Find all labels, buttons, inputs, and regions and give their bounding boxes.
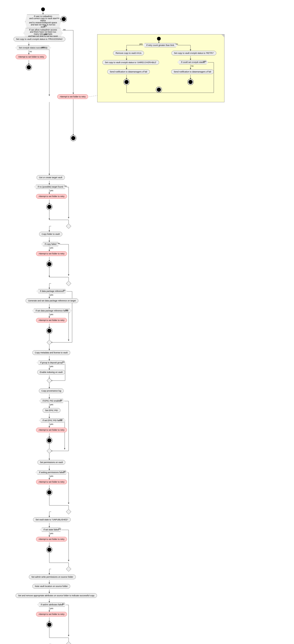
decision-copy-failed: If copy failed (41, 242, 60, 246)
end-node-9 (47, 622, 51, 627)
note-end-3 (157, 88, 161, 92)
decision-perms-failed: If setting permissions failed (36, 470, 68, 474)
label-no: no (58, 242, 60, 244)
label-no: no (57, 17, 59, 19)
label-no: no (62, 361, 65, 363)
label-yes: yes (50, 532, 53, 534)
retry-8: Attempt to set folder to retry (36, 612, 67, 616)
set-processing: Set copy to vault cronjob status to 'PRO… (13, 37, 65, 42)
flowchart-diagram: If user is rodsadmin and correct copy to… (5, 5, 294, 644)
remove-avus: Remove copy to vault AVUs (113, 51, 144, 56)
merge-2 (66, 281, 71, 286)
notify-1: Send notification to datamanagers of fai… (107, 70, 150, 74)
label-yes: yes (50, 607, 53, 610)
enable-index: Enable indexing on vault (37, 370, 65, 374)
retry-4: Attempt to set folder to retry (36, 318, 67, 322)
label-yes: yes (203, 60, 206, 63)
set-unrec: Set copy to vault cronjob status to 'UNR… (102, 60, 159, 65)
copy-folder: Copy folder to vault (39, 232, 62, 236)
decision-data-pkg: If data package reference (36, 289, 67, 293)
set-epic: Set EPIC PID (43, 408, 60, 413)
label-no: no (191, 65, 193, 67)
label-no: no (60, 418, 62, 421)
merge-1 (66, 224, 71, 229)
decision-no-target: If no (possible) target found (34, 185, 67, 189)
merge-7 (66, 566, 71, 572)
end-node-1 (62, 17, 66, 21)
label-yes: yes (50, 404, 53, 406)
retry-7: Attempt to set folder to retry (36, 537, 67, 542)
label-no: no (66, 309, 68, 311)
label-yes: yes (50, 313, 53, 316)
notify-2: Send notification to datamanagers of fai… (171, 70, 214, 74)
label-no: no (63, 28, 66, 31)
label-no: no (29, 50, 32, 53)
copy-prov: Copy provenance log (39, 388, 64, 393)
label-yes: yes (50, 294, 53, 296)
label-yes: yes (139, 43, 143, 45)
label-no: no (59, 528, 61, 530)
end-node-3 (47, 205, 51, 209)
set-attrs: Set and remove appropriate attributes on… (15, 593, 97, 598)
set-perms: Set permissions on vault (37, 460, 65, 465)
label-no: no (63, 470, 66, 473)
label-no: no (176, 43, 178, 45)
note-loc: Note vault location on source folder (32, 584, 70, 588)
end-node-8 (47, 548, 51, 552)
set-unpub: Set vault state to "UNPUBLISHED" (33, 517, 71, 522)
retry-1: Attempt to set folder to retry (15, 54, 46, 59)
decision-rodsadmin: If user is rodsadmin and correct copy to… (25, 14, 61, 29)
decision-retry-limit: If retry count greater than limit (143, 43, 178, 47)
merge-3 (47, 340, 52, 345)
merge-5 (47, 448, 52, 454)
retry-2: Attempt to set folder to retry (36, 194, 67, 199)
decision-deposit: If group is deposit group (37, 360, 66, 365)
label-yes: yes (50, 189, 53, 192)
end-node-side (71, 136, 75, 140)
retry-side: Attempt to set folder to retry (57, 94, 88, 99)
end-node-2 (27, 65, 31, 70)
label-no: no (60, 399, 62, 401)
label-yes: yes (41, 46, 45, 48)
merge-8 (66, 642, 71, 644)
retry-3: Attempt to set folder to retry (36, 251, 67, 256)
end-node-6 (47, 438, 51, 442)
decision-set-success: Set cronjob status successfully (15, 46, 51, 50)
gen-ref: Generate and set data package reference … (26, 298, 78, 303)
label-no: no (63, 289, 65, 292)
note-end-1 (125, 80, 129, 84)
end-node-4 (47, 262, 51, 266)
end-node-5 (47, 329, 51, 333)
merge-6 (66, 509, 71, 514)
label-no: no (62, 603, 64, 605)
note-start (157, 37, 161, 40)
set-retry: Set copy to vault cronjob status to 'RET… (171, 51, 216, 56)
merge-4 (47, 378, 52, 383)
note-retry-subflow: If retry count greater than limit yes no… (97, 34, 224, 102)
label-yes: yes (44, 33, 47, 36)
label-yes: yes (50, 423, 53, 425)
retry-6: Attempt to set folder to retry (36, 480, 67, 484)
label-yes: yes (50, 247, 53, 249)
start-node (41, 8, 45, 11)
end-node-7 (47, 490, 51, 494)
get-target: Get or create target vault (36, 175, 65, 180)
copy-meta: Copy metadata and license to vault (32, 350, 70, 355)
retry-5: Attempt to set folder to retry (36, 428, 67, 432)
label-yes: yes (50, 475, 53, 477)
svg-line-55 (90, 96, 97, 97)
note-end-2 (188, 80, 193, 84)
admin-write: Set admin write permissions on source fo… (29, 574, 76, 579)
label-no: no (64, 185, 67, 187)
label-yes: yes (44, 25, 47, 27)
label-yes: yes (50, 365, 53, 368)
